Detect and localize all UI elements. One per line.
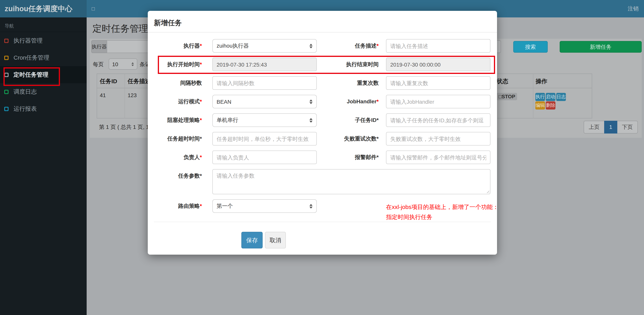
sidebar-item-label: Cron任务管理 [14, 54, 49, 61]
executor-filter-label: 执行器 [91, 40, 107, 53]
fail-retry-input[interactable] [386, 132, 490, 146]
column-divider [533, 74, 534, 118]
current-page-button[interactable]: 1 [604, 121, 617, 134]
timeout-input[interactable] [212, 132, 317, 146]
pagination-info: 第 1 页 ( 总共 1 页, 1 [99, 124, 149, 131]
square-outline-icon [4, 107, 8, 111]
route-strategy-label: 路由策略* [148, 199, 202, 213]
cell-task-id: 41 [100, 92, 106, 98]
nav-section-label: 导航 [0, 18, 87, 32]
status-badge: □STOP [497, 93, 517, 100]
col-header-task-id: 任务ID [100, 78, 117, 85]
sidebar-item-timed-task-manage[interactable]: 定时任务管理 [0, 66, 87, 83]
required-asterisk: * [376, 154, 379, 160]
child-task-id-label: 子任务ID* [321, 113, 379, 127]
route-strategy-select-value: 第一个 [216, 203, 233, 210]
save-button[interactable]: 保存 [241, 232, 263, 248]
interval-input[interactable] [212, 76, 317, 90]
route-strategy-select[interactable]: 第一个 [212, 199, 317, 213]
pagination: 上页 1 下页 [584, 121, 638, 134]
sidebar-toggle-icon[interactable]: □ [92, 0, 95, 18]
modal-note-line1: 在xxl-jobs项目的基础上，新增了一个功能： [386, 202, 497, 212]
required-asterisk: * [376, 43, 379, 49]
child-task-id-input[interactable] [386, 113, 490, 127]
add-task-button[interactable]: 新增任务 [560, 41, 642, 53]
task-params-field [212, 169, 490, 194]
run-mode-select-value: BEAN [216, 99, 231, 105]
executor-label: 执行器* [148, 39, 202, 53]
col-header-task-desc: 任务描述 [128, 78, 151, 85]
sidebar-item-executor-manage[interactable]: 执行器管理 [0, 32, 87, 49]
sidebar-item-label: 定时任务管理 [14, 71, 48, 78]
owner-input[interactable] [212, 151, 317, 164]
modal-footer-divider [154, 222, 491, 222]
block-strategy-select[interactable]: 单机串行 [212, 113, 317, 127]
end-time-label: 执行结束时间 [321, 58, 379, 71]
required-asterisk: * [200, 43, 202, 49]
log-button[interactable]: 日志 [556, 93, 566, 101]
per-page-value: 10 [112, 61, 118, 67]
delete-button[interactable]: 删除 [546, 101, 556, 110]
sidebar-item-cron-task-manage[interactable]: Cron任务管理 [0, 49, 87, 66]
task-params-label: 任务参数* [148, 169, 202, 183]
block-strategy-select-value: 单机串行 [216, 117, 238, 124]
modal-title: 新增任务 [154, 18, 182, 28]
interval-label: 间隔秒数 [148, 76, 202, 90]
end-time-input[interactable] [386, 58, 490, 71]
sidebar: 导航 执行器管理 Cron任务管理 定时任务管理 调度日志 运行报表 [0, 18, 87, 315]
cancel-button[interactable]: 取消 [265, 232, 286, 248]
cell-task-desc: 123 [128, 92, 137, 98]
sidebar-item-label: 运行报表 [14, 105, 37, 112]
executor-select-value: zuihou执行器 [216, 42, 249, 49]
sidebar-item-run-report[interactable]: 运行报表 [0, 100, 87, 117]
run-button[interactable]: 执行 [535, 93, 545, 101]
prev-page-button[interactable]: 上页 [584, 121, 604, 134]
search-button[interactable]: 搜索 [513, 41, 548, 53]
required-asterisk: * [200, 98, 202, 105]
add-task-modal: 新增任务 执行器* zuihou执行器 任务描述* 执行开始时间* 执行结束时间… [148, 11, 497, 255]
col-header-actions: 操作 [536, 78, 547, 85]
executor-select[interactable]: zuihou执行器 [212, 39, 317, 53]
task-desc-input[interactable] [386, 39, 490, 53]
required-asterisk: * [200, 154, 202, 160]
timeout-label: 任务超时时间* [148, 132, 202, 146]
edit-button[interactable]: 编辑 [535, 101, 545, 110]
required-asterisk: * [376, 98, 379, 105]
square-outline-icon [4, 73, 8, 77]
modal-note-line2: 指定时间执行任务 [386, 212, 497, 222]
jobhandler-label: JobHandler* [321, 95, 379, 108]
square-outline-icon [4, 56, 8, 60]
task-params-textarea[interactable] [212, 169, 490, 194]
select-arrows-icon [310, 44, 312, 48]
select-arrows-icon [310, 99, 312, 104]
start-button[interactable]: 启动 [546, 93, 556, 101]
sidebar-item-schedule-log[interactable]: 调度日志 [0, 83, 87, 100]
select-arrows-icon [132, 62, 134, 66]
sidebar-item-label: 执行器管理 [14, 37, 42, 44]
start-time-input[interactable] [212, 58, 317, 71]
owner-label: 负责人* [148, 151, 202, 164]
required-asterisk: * [200, 135, 202, 142]
required-asterisk: * [376, 117, 379, 123]
task-desc-label: 任务描述* [321, 39, 379, 53]
run-mode-label: 运行模式* [148, 95, 202, 108]
required-asterisk: * [200, 203, 202, 209]
brand-logo[interactable]: zuihou任务调度中心 [0, 0, 87, 18]
modal-note: 在xxl-jobs项目的基础上，新增了一个功能： 指定时间执行任务 [386, 202, 497, 222]
next-page-button[interactable]: 下页 [617, 121, 638, 134]
per-page-prefix-label: 每页 [93, 61, 104, 68]
per-page-select[interactable]: 10 [109, 59, 137, 70]
alarm-email-input[interactable] [386, 151, 490, 164]
repeat-count-input[interactable] [386, 76, 490, 90]
column-divider [124, 74, 125, 118]
required-asterisk: * [200, 117, 202, 123]
app-root: zuihou任务调度中心 □ 注销 导航 执行器管理 Cron任务管理 定时任务… [0, 0, 644, 315]
required-asterisk: * [200, 173, 202, 179]
repeat-count-label: 重复次数 [321, 76, 379, 90]
jobhandler-input[interactable] [386, 95, 490, 108]
run-mode-select[interactable]: BEAN [212, 95, 317, 108]
required-asterisk: * [200, 61, 202, 67]
logout-link[interactable]: 注销 [628, 0, 638, 18]
block-strategy-label: 阻塞处理策略* [148, 113, 202, 127]
required-asterisk: * [376, 135, 379, 142]
